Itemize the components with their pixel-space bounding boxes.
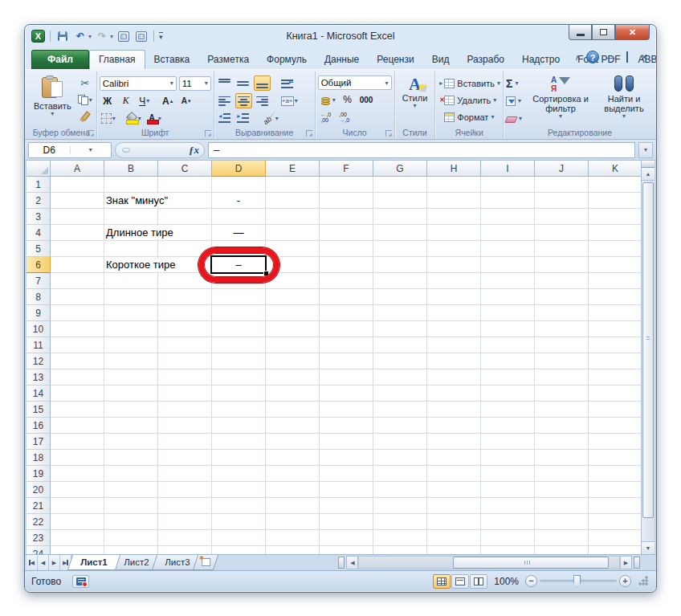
cell-G4[interactable]: [373, 225, 427, 241]
cell-F19[interactable]: [320, 466, 373, 482]
cell-F18[interactable]: [320, 450, 373, 466]
minimize-ribbon-icon[interactable]: ∧: [575, 53, 581, 62]
cut-button[interactable]: ✂: [76, 75, 94, 91]
cell-H16[interactable]: [427, 418, 481, 434]
grow-font-button[interactable]: А▴: [160, 93, 176, 108]
cell-H11[interactable]: [427, 337, 481, 353]
cell-H3[interactable]: [427, 209, 481, 225]
cell-F22[interactable]: [320, 514, 373, 530]
cell-D5[interactable]: [212, 241, 266, 257]
row-header-23[interactable]: 23: [27, 530, 51, 546]
cell-I13[interactable]: [481, 369, 535, 386]
column-header-C[interactable]: C: [158, 161, 212, 177]
cell-G24[interactable]: [373, 546, 427, 554]
cell-F15[interactable]: [320, 402, 373, 418]
cell-J23[interactable]: [535, 530, 589, 546]
cell-B21[interactable]: [104, 498, 158, 514]
cell-D10[interactable]: [212, 321, 266, 337]
cell-F3[interactable]: [320, 209, 373, 225]
cell-K7[interactable]: [589, 273, 642, 289]
cell-F8[interactable]: [320, 289, 373, 305]
font-size-select[interactable]: 11▾: [179, 76, 211, 91]
cell-K4[interactable]: [589, 225, 642, 241]
cell-K10[interactable]: [589, 321, 642, 337]
cell-I15[interactable]: [481, 402, 535, 418]
cell-J1[interactable]: [535, 177, 589, 193]
cell-C16[interactable]: [158, 418, 212, 434]
cell-I2[interactable]: [481, 193, 535, 209]
horizontal-scrollbar[interactable]: [358, 556, 620, 569]
column-header-H[interactable]: H: [427, 161, 481, 177]
cell-K24[interactable]: [589, 546, 642, 554]
cell-G20[interactable]: [373, 482, 427, 498]
cell-G15[interactable]: [373, 402, 427, 418]
column-header-G[interactable]: G: [373, 161, 427, 177]
cell-E12[interactable]: [266, 353, 320, 369]
cell-H19[interactable]: [427, 466, 481, 482]
fill-button[interactable]: ▾: [506, 93, 522, 109]
cell-H4[interactable]: [427, 225, 481, 241]
cell-A10[interactable]: [51, 321, 104, 337]
column-header-J[interactable]: J: [535, 161, 589, 177]
fill-handle[interactable]: [263, 271, 268, 275]
cell-J5[interactable]: [535, 241, 589, 257]
cell-H7[interactable]: [427, 273, 481, 289]
cell-D24[interactable]: [212, 546, 266, 554]
select-all-corner[interactable]: [27, 161, 51, 177]
cell-K17[interactable]: [589, 434, 642, 450]
orientation-button[interactable]: ▾: [260, 111, 280, 126]
autosum-button[interactable]: Σ▾: [506, 75, 522, 92]
cell-B13[interactable]: [104, 369, 158, 386]
cell-C13[interactable]: [158, 369, 212, 386]
cell-J17[interactable]: [535, 434, 589, 450]
cell-J12[interactable]: [535, 353, 589, 369]
cell-E24[interactable]: [266, 546, 320, 554]
cell-K1[interactable]: [589, 177, 642, 193]
cell-E20[interactable]: [266, 482, 320, 498]
row-header-4[interactable]: 4: [27, 225, 51, 241]
cell-J20[interactable]: [535, 482, 589, 498]
align-center-button[interactable]: [235, 93, 252, 108]
cell-K13[interactable]: [589, 369, 642, 386]
sheet-tab-Лист1[interactable]: Лист1: [67, 555, 120, 570]
cell-F7[interactable]: [320, 273, 373, 289]
cell-F23[interactable]: [320, 530, 373, 546]
help-icon[interactable]: ?: [586, 51, 599, 63]
cell-F1[interactable]: [320, 177, 373, 193]
cell-E7[interactable]: [266, 273, 320, 289]
cell-A4[interactable]: [51, 225, 104, 241]
cell-I17[interactable]: [481, 434, 535, 450]
cell-I7[interactable]: [481, 273, 535, 289]
cell-H21[interactable]: [427, 498, 481, 514]
insert-function-button[interactable]: ƒx: [189, 144, 199, 157]
cell-C21[interactable]: [158, 498, 212, 514]
cell-E1[interactable]: [266, 177, 320, 193]
cell-C15[interactable]: [158, 402, 212, 418]
cell-D19[interactable]: [212, 466, 266, 482]
ribbon-tab-Формуль[interactable]: Формуль: [258, 51, 316, 69]
cell-D6[interactable]: –: [212, 257, 266, 273]
cell-C10[interactable]: [158, 321, 212, 337]
cell-A23[interactable]: [51, 530, 104, 546]
cell-G19[interactable]: [373, 466, 427, 482]
row-header-3[interactable]: 3: [27, 209, 51, 225]
cell-F6[interactable]: [320, 257, 373, 273]
cell-E21[interactable]: [266, 498, 320, 514]
cell-K23[interactable]: [589, 530, 642, 546]
ribbon-tab-Данные[interactable]: Данные: [316, 51, 368, 69]
underline-button[interactable]: Ч▾: [137, 93, 153, 108]
cell-F12[interactable]: [320, 353, 373, 369]
tab-split-handle[interactable]: [338, 557, 345, 569]
cell-D15[interactable]: [212, 402, 266, 418]
cell-C23[interactable]: [158, 530, 212, 546]
styles-button[interactable]: А Стили ▾: [398, 74, 433, 126]
cell-D17[interactable]: [212, 434, 266, 450]
cell-A2[interactable]: [51, 193, 104, 209]
ribbon-tab-Вставка[interactable]: Вставка: [145, 51, 199, 69]
cell-E4[interactable]: [266, 225, 320, 241]
fill-color-button[interactable]: ▾: [124, 111, 143, 126]
alignment-dialog-launcher-icon[interactable]: [306, 130, 312, 137]
cell-J13[interactable]: [535, 369, 589, 386]
cell-C24[interactable]: [158, 546, 212, 554]
cell-I6[interactable]: [481, 257, 535, 273]
